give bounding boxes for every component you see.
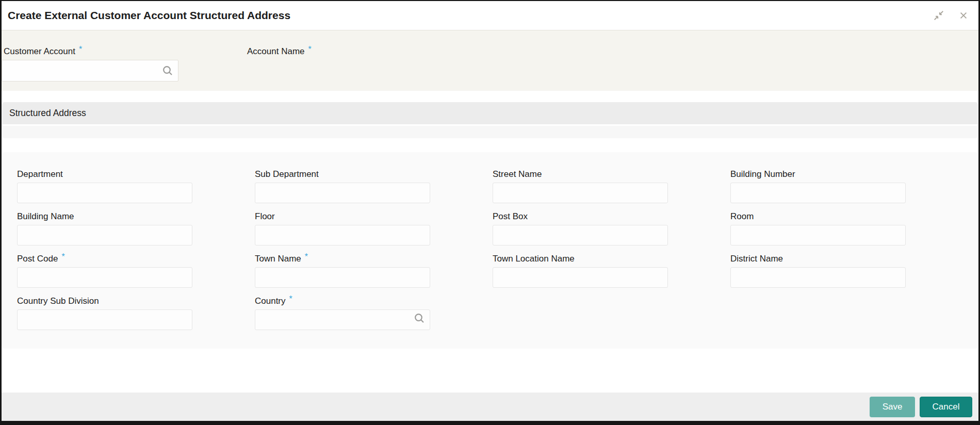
street-name-input[interactable] [493,183,668,203]
required-asterisk: * [79,45,82,54]
customer-account-lookup [2,60,178,81]
town-name-input[interactable] [255,267,430,288]
sub-department-label: Sub Department [255,169,319,179]
field-department: Department [17,169,255,203]
room-label: Room [730,211,754,221]
required-asterisk: * [289,295,292,303]
section-gap [2,91,978,102]
department-input[interactable] [17,183,192,203]
search-icon[interactable] [161,64,174,77]
country-input[interactable] [255,309,430,330]
page-title: Create External Customer Account Structu… [8,9,290,22]
building-name-input[interactable] [17,225,192,246]
building-number-label: Building Number [730,169,795,179]
room-input[interactable] [730,225,906,246]
field-town-name: Town Name* [255,254,493,288]
field-building-number: Building Number [730,169,968,203]
structured-address-header[interactable]: Structured Address [2,102,978,124]
building-number-input[interactable] [730,183,906,203]
field-building-name: Building Name [17,211,255,246]
titlebar: Create External Customer Account Structu… [2,1,978,30]
post-box-label: Post Box [493,211,528,221]
department-label: Department [17,169,63,179]
country-sub-division-label: Country Sub Division [17,296,99,306]
sub-department-input[interactable] [255,183,430,203]
field-district-name: District Name [730,254,968,288]
town-name-label: Town Name [255,254,301,264]
field-post-code: Post Code* [17,254,255,288]
required-asterisk: * [308,45,312,54]
structured-address-subheader-strip [2,126,978,138]
required-asterisk: * [61,252,64,261]
bottom-whitespace [2,349,978,393]
customer-account-label: Customer Account* [2,46,178,57]
post-code-input[interactable] [17,267,192,288]
customer-account-input[interactable] [2,60,178,81]
create-external-customer-account-structured-address-window: Create External Customer Account Structu… [0,0,980,425]
post-code-label: Post Code [17,254,58,264]
street-name-label: Street Name [493,169,542,179]
country-sub-division-input[interactable] [17,309,192,330]
form-grid: Department Sub Department Street Name Bu… [17,169,968,330]
country-lookup [255,306,430,330]
field-country: Country* [255,296,493,330]
floor-input[interactable] [255,225,430,246]
field-country-sub-division: Country Sub Division [17,296,255,330]
account-name-label: Account Name* [247,46,312,57]
footer-action-bar: Save Cancel [2,393,978,421]
structured-address-title: Structured Address [9,108,86,119]
collapse-icon[interactable] [933,10,944,21]
district-name-input[interactable] [730,267,906,288]
close-icon[interactable] [958,10,969,21]
save-button[interactable]: Save [870,397,915,417]
field-sub-department: Sub Department [255,169,493,203]
district-name-label: District Name [730,254,783,264]
panel-gap [2,138,978,152]
cancel-button[interactable]: Cancel [920,397,972,417]
structured-address-form-panel: Department Sub Department Street Name Bu… [2,152,978,349]
floor-label: Floor [255,211,275,221]
field-town-location-name: Town Location Name [493,254,730,288]
search-icon[interactable] [413,312,426,324]
field-room: Room [730,211,968,246]
field-floor: Floor [255,211,493,246]
town-location-name-input[interactable] [493,267,668,288]
country-label: Country [255,296,286,306]
field-street-name: Street Name [493,169,730,203]
field-post-box: Post Box [493,211,730,246]
context-section: Customer Account* Account Name* [2,30,978,91]
post-box-input[interactable] [493,225,668,246]
account-name-field: Account Name* [247,46,312,57]
building-name-label: Building Name [17,211,74,221]
required-asterisk: * [305,252,308,261]
customer-account-field: Customer Account* [2,46,178,81]
town-location-name-label: Town Location Name [493,254,575,264]
